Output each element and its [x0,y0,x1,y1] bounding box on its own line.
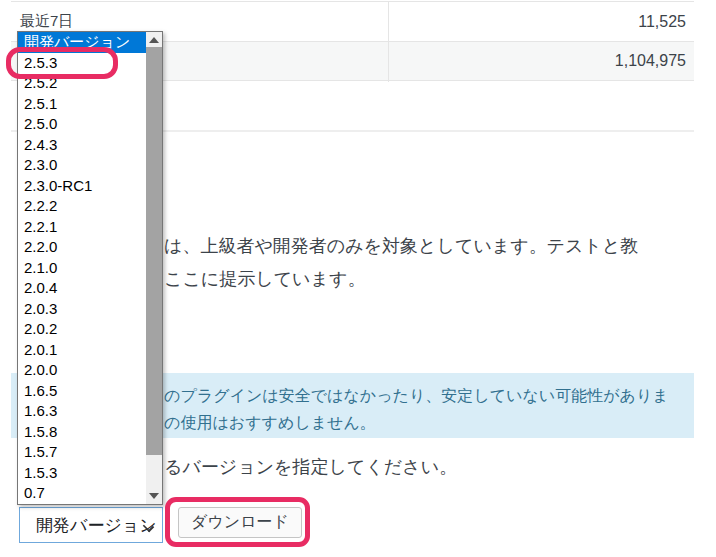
dropdown-option[interactable]: 2.0.1 [18,340,146,361]
dropdown-option[interactable]: 2.4.3 [18,135,146,156]
stat-value: 11,525 [638,13,686,31]
scroll-down-icon[interactable] [149,493,159,499]
notice-line: の使用はおすすめしません。 [164,409,704,436]
dropdown-option[interactable]: 2.0.3 [18,299,146,320]
description-line: ここに提示しています。 [164,263,704,296]
version-select-value: 開発バージョン [36,514,157,537]
stat-label: 最近7日 [20,12,73,31]
dropdown-option[interactable]: 2.2.1 [18,217,146,238]
dropdown-option[interactable]: 2.5.1 [18,94,146,115]
plugin-advanced-page: 最近7日 11,525 1,104,975 は、上級者や開発者のみを対象としてい… [0,0,716,557]
dropdown-option[interactable]: 1.5.8 [18,422,146,443]
annotation-circle-version-2-5-3 [6,47,118,79]
version-select[interactable]: 開発バージョン [19,507,163,543]
scrollbar-thumb[interactable] [146,47,162,455]
dropdown-scrollbar[interactable] [146,32,162,504]
annotation-circle-download-button [165,497,310,547]
notice-line: のプラグインは安全ではなかったり、安定していない可能性がありま [164,382,704,409]
dropdown-option[interactable]: 2.1.0 [18,258,146,279]
warning-notice-text: のプラグインは安全ではなかったり、安定していない可能性がありま の使用はおすすめ… [164,382,704,436]
dropdown-option[interactable]: 0.7 [18,483,146,504]
scroll-up-icon[interactable] [149,37,159,43]
versions-description: は、上級者や開発者のみを対象としています。テストと教 ここに提示しています。 [164,230,704,296]
table-column-divider [388,2,389,82]
description-line: は、上級者や開発者のみを対象としています。テストと教 [164,230,704,263]
dropdown-option[interactable]: 2.3.0-RC1 [18,176,146,197]
dropdown-option[interactable]: 1.5.3 [18,463,146,484]
dropdown-option[interactable]: 2.2.2 [18,196,146,217]
version-dropdown-list: 開発バージョン2.5.32.5.22.5.12.5.02.4.32.3.02.3… [17,31,163,505]
dropdown-option[interactable]: 2.2.0 [18,237,146,258]
dropdown-option[interactable]: 2.3.0 [18,155,146,176]
stat-value: 1,104,975 [615,52,686,70]
select-version-instruction: るバージョンを指定してください。 [164,455,457,479]
dropdown-option[interactable]: 2.0.2 [18,319,146,340]
dropdown-option[interactable]: 1.5.7 [18,442,146,463]
dropdown-option[interactable]: 2.5.0 [18,114,146,135]
dropdown-option[interactable]: 1.6.3 [18,401,146,422]
dropdown-option[interactable]: 2.0.0 [18,360,146,381]
dropdown-options: 開発バージョン2.5.32.5.22.5.12.5.02.4.32.3.02.3… [18,32,146,504]
dropdown-option[interactable]: 1.6.5 [18,381,146,402]
dropdown-option[interactable]: 2.0.4 [18,278,146,299]
